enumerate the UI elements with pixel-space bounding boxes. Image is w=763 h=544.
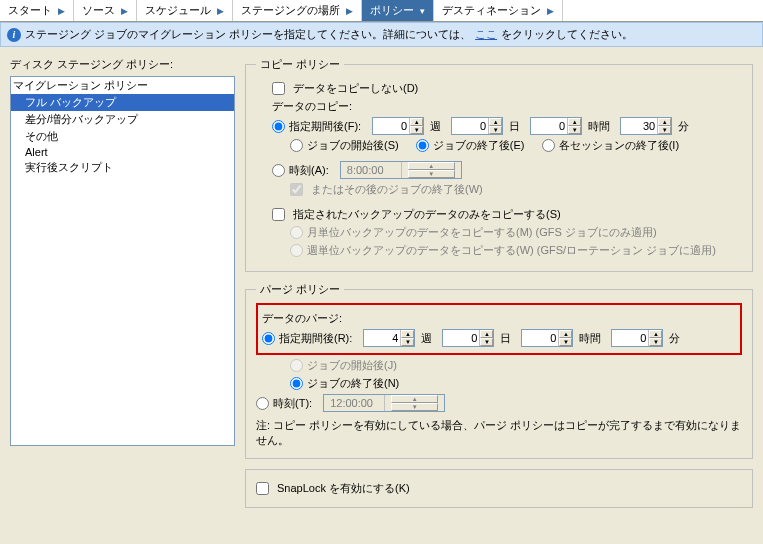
purge-mins-field[interactable]: ▲▼ — [611, 329, 663, 347]
copy-hours-field[interactable]: ▲▼ — [530, 117, 582, 135]
weekly-radio — [290, 244, 303, 257]
tab-strip: スタート▶ ソース▶ スケジュール▶ ステージングの場所▶ ポリシー▾ デスティ… — [0, 0, 763, 22]
data-copy-label: データのコピー: — [256, 99, 742, 114]
copy-session-end-label: 各セッションの終了後(I) — [559, 138, 679, 153]
snaplock-group: SnapLock を有効にする(K) — [245, 469, 753, 508]
weekly-label: 週単位バックアップのデータをコピーする(W) (GFS/ローテーション ジョブに… — [307, 243, 716, 258]
info-text-post: をクリックしてください。 — [501, 27, 633, 42]
copy-job-start-label: ジョブの開始後(S) — [307, 138, 399, 153]
tree-item-full-backup[interactable]: フル バックアップ — [11, 94, 234, 111]
purge-time-label: 時刻(T): — [273, 396, 312, 411]
copy-session-end-radio[interactable] — [542, 139, 555, 152]
copy-mins-field[interactable]: ▲▼ — [620, 117, 672, 135]
purge-job-end-label: ジョブの終了後(N) — [307, 376, 399, 391]
copy-time-label: 時刻(A): — [289, 163, 329, 178]
tree-item-postscript[interactable]: 実行後スクリプト — [11, 159, 234, 176]
snaplock-checkbox[interactable] — [256, 482, 269, 495]
chevron-right-icon: ▶ — [547, 6, 554, 16]
purge-days-field[interactable]: ▲▼ — [442, 329, 494, 347]
tree-item-alert[interactable]: Alert — [11, 145, 234, 159]
copy-policy-legend: コピー ポリシー — [256, 57, 344, 72]
purge-hours-field[interactable]: ▲▼ — [521, 329, 573, 347]
no-copy-label: データをコピーしない(D) — [293, 81, 418, 96]
monthly-label: 月単位バックアップのデータをコピーする(M) (GFS ジョブにのみ適用) — [307, 225, 657, 240]
tree-item-migration[interactable]: マイグレーション ポリシー — [11, 77, 234, 94]
copy-time-field: 8:00:00▲▼ — [340, 161, 462, 179]
copy-policy-group: コピー ポリシー データをコピーしない(D) データのコピー: 指定期間後(F)… — [245, 57, 753, 272]
info-icon: i — [7, 28, 21, 42]
tree-item-diff-backup[interactable]: 差分/増分バックアップ — [11, 111, 234, 128]
purge-period-radio[interactable] — [262, 332, 275, 345]
chevron-right-icon: ▶ — [217, 6, 224, 16]
left-pane-title: ディスク ステージング ポリシー: — [10, 57, 235, 72]
purge-time-field: 12:00:00▲▼ — [323, 394, 445, 412]
purge-job-start-radio — [290, 359, 303, 372]
info-link[interactable]: ここ — [475, 27, 497, 42]
chevron-right-icon: ▶ — [121, 6, 128, 16]
chevron-down-icon: ▾ — [420, 6, 425, 16]
no-copy-checkbox[interactable] — [272, 82, 285, 95]
copy-period-label: 指定期間後(F): — [289, 119, 361, 134]
only-specified-label: 指定されたバックアップのデータのみをコピーする(S) — [293, 207, 561, 222]
only-specified-checkbox[interactable] — [272, 208, 285, 221]
monthly-radio — [290, 226, 303, 239]
copy-period-radio[interactable] — [272, 120, 285, 133]
tab-schedule[interactable]: スケジュール▶ — [137, 0, 233, 21]
tab-source[interactable]: ソース▶ — [74, 0, 137, 21]
snaplock-label: SnapLock を有効にする(K) — [277, 481, 410, 496]
policy-tree[interactable]: マイグレーション ポリシー フル バックアップ 差分/増分バックアップ その他 … — [10, 76, 235, 446]
tab-destination[interactable]: デスティネーション▶ — [434, 0, 563, 21]
purge-time-radio[interactable] — [256, 397, 269, 410]
copy-job-end-label: ジョブの終了後(E) — [433, 138, 525, 153]
tree-item-other[interactable]: その他 — [11, 128, 234, 145]
or-after-checkbox — [290, 183, 303, 196]
copy-days-field[interactable]: ▲▼ — [451, 117, 503, 135]
tab-start[interactable]: スタート▶ — [0, 0, 74, 21]
tab-staging-location[interactable]: ステージングの場所▶ — [233, 0, 362, 21]
or-after-label: またはその後のジョブの終了後(W) — [311, 182, 483, 197]
info-bar: i ステージング ジョブのマイグレーション ポリシーを指定してください。詳細につ… — [0, 22, 763, 47]
copy-weeks-field[interactable]: ▲▼ — [372, 117, 424, 135]
purge-policy-legend: パージ ポリシー — [256, 282, 344, 297]
purge-policy-group: パージ ポリシー データのパージ: 指定期間後(R): ▲▼ 週 ▲▼ 日 ▲▼… — [245, 282, 753, 459]
purge-job-end-radio[interactable] — [290, 377, 303, 390]
info-text-pre: ステージング ジョブのマイグレーション ポリシーを指定してください。詳細について… — [25, 27, 471, 42]
purge-period-label: 指定期間後(R): — [279, 331, 352, 346]
chevron-right-icon: ▶ — [346, 6, 353, 16]
tab-policy[interactable]: ポリシー▾ — [362, 0, 434, 21]
copy-job-end-radio[interactable] — [416, 139, 429, 152]
highlighted-purge-section: データのパージ: 指定期間後(R): ▲▼ 週 ▲▼ 日 ▲▼ 時間 ▲▼ 分 — [256, 303, 742, 355]
chevron-right-icon: ▶ — [58, 6, 65, 16]
purge-weeks-field[interactable]: ▲▼ — [363, 329, 415, 347]
purge-note: 注: コピー ポリシーを有効にしている場合、パージ ポリシーはコピーが完了するま… — [256, 418, 742, 448]
data-purge-label: データのパージ: — [262, 311, 736, 326]
copy-job-start-radio[interactable] — [290, 139, 303, 152]
purge-job-start-label: ジョブの開始後(J) — [307, 358, 397, 373]
copy-time-radio[interactable] — [272, 164, 285, 177]
